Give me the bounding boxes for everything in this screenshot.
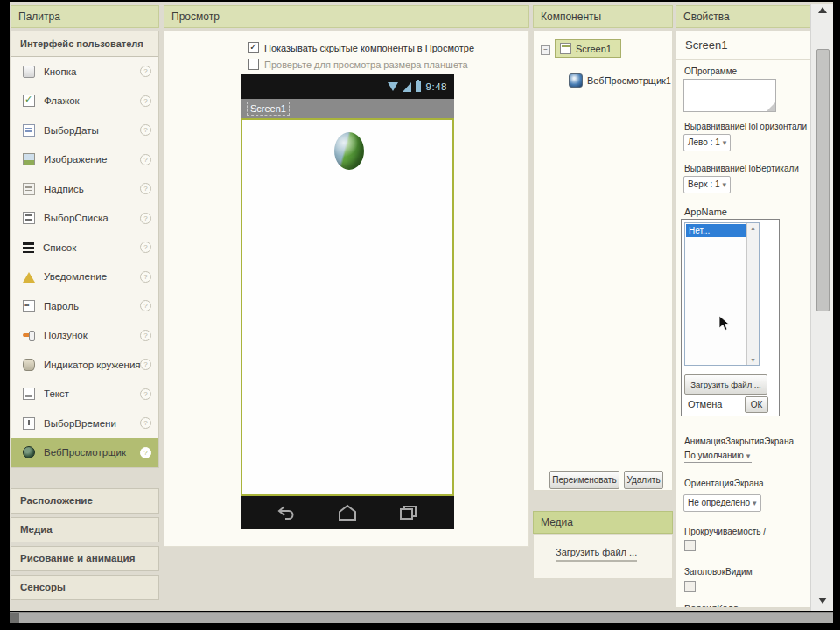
picker-ok-button[interactable]: ОК: [745, 396, 768, 413]
webviewer-globe-icon[interactable]: [334, 132, 364, 170]
checkbox-icon: [23, 94, 35, 107]
divider: [676, 60, 821, 60]
palette-item-label: Уведомление: [44, 271, 140, 282]
asset-list-selected-option[interactable]: Нет...: [686, 224, 746, 237]
palette-item-label: Ползунок: [44, 330, 140, 340]
palette-item-checkbox[interactable]: Флажок ?: [11, 87, 158, 116]
palette-item-label: Надпись: [44, 184, 140, 194]
help-icon[interactable]: ?: [140, 417, 151, 429]
palette-item-label: ВебПросмотрщик: [44, 447, 140, 458]
screen-title[interactable]: Screen1: [247, 102, 290, 116]
picker-upload-file-button[interactable]: Загрузить файл ...: [684, 374, 767, 395]
palette-item-spinner[interactable]: Индикатор кружения ?: [11, 350, 158, 380]
help-icon[interactable]: ?: [140, 359, 151, 370]
palette-panel-title: Палитра: [10, 5, 159, 28]
horizontal-scrollbar-button[interactable]: [10, 612, 19, 623]
app-name-label: AppName: [684, 206, 727, 217]
scroll-up-icon[interactable]: ▲: [750, 225, 756, 231]
close-screen-animation-value: По умолчанию: [684, 451, 744, 460]
title-visible-checkbox[interactable]: [684, 581, 696, 592]
palette-item-listview[interactable]: Список ?: [11, 233, 158, 262]
components-panel-title: Компоненты: [533, 5, 673, 28]
help-icon[interactable]: ?: [140, 300, 151, 312]
delete-button[interactable]: Удалить: [624, 471, 663, 489]
horizontal-scrollbar[interactable]: [10, 612, 833, 623]
palette-panel: Интерфейс пользователя Кнопка ? Флажок ?…: [10, 31, 159, 468]
tablet-preview-label: Проверьте для просмотра размера планшета: [264, 60, 468, 70]
status-time: 9:48: [426, 81, 447, 92]
properties-panel: Screen1 ОПрограмме ВыравниваниеПоГоризон…: [676, 31, 822, 608]
help-icon[interactable]: ?: [140, 330, 151, 341]
palette-category-media[interactable]: Медиа: [10, 517, 159, 542]
asset-list-scrollbar[interactable]: ▲ ▼: [746, 223, 759, 365]
help-icon[interactable]: ?: [140, 213, 151, 224]
help-icon[interactable]: ?: [140, 447, 151, 458]
help-icon[interactable]: ?: [140, 124, 151, 136]
palette-item-timepicker[interactable]: ВыборВремени ?: [11, 409, 158, 438]
asset-list[interactable]: Нет... ▲ ▼: [684, 222, 760, 366]
show-hidden-label: Показывать скрытые компоненты в Просмотр…: [264, 43, 474, 53]
about-screen-input[interactable]: [683, 79, 776, 112]
help-icon[interactable]: ?: [140, 388, 151, 400]
textbox-icon: [23, 388, 35, 400]
screen-orientation-dropdown[interactable]: Не определено▾: [683, 494, 761, 512]
palette-category-sensors[interactable]: Сенсоры: [10, 575, 159, 600]
vertical-scrollbar[interactable]: [810, 4, 833, 611]
palette-section-user-interface[interactable]: Интерфейс пользователя: [11, 32, 158, 57]
palette-item-password[interactable]: Пароль ?: [11, 291, 158, 321]
palette-item-button[interactable]: Кнопка ?: [11, 57, 158, 87]
screen-icon: [560, 43, 571, 54]
align-horizontal-label: ВыравниваниеПоГоризонтали: [684, 122, 807, 131]
palette-item-webviewer[interactable]: ВебПросмотрщик ?: [11, 438, 158, 468]
palette-category-drawing-animation[interactable]: Рисование и анимация: [10, 546, 159, 571]
chevron-down-icon: ▾: [723, 138, 727, 147]
palette-item-notifier[interactable]: Уведомление ?: [11, 262, 158, 292]
listview-icon: [23, 242, 34, 253]
battery-icon: [416, 81, 421, 92]
tablet-preview-checkbox[interactable]: [248, 59, 259, 70]
show-hidden-checkbox[interactable]: ✓: [248, 42, 259, 53]
screen-canvas[interactable]: [241, 118, 454, 496]
align-horizontal-dropdown[interactable]: Лево : 1▾: [683, 134, 731, 151]
palette-item-datepicker[interactable]: ВыборДаты ?: [11, 116, 158, 145]
align-vertical-dropdown[interactable]: Верх : 1▾: [683, 176, 731, 193]
palette-item-image[interactable]: Изображение ?: [11, 145, 158, 175]
picker-cancel-button[interactable]: Отмена: [688, 399, 722, 410]
palette-item-label: ВыборДаты: [44, 125, 140, 136]
recents-icon: [397, 504, 420, 522]
phone-status-bar: 9:48: [241, 74, 454, 99]
tree-expander-icon[interactable]: −: [541, 46, 550, 55]
palette-item-textbox[interactable]: Текст ?: [11, 380, 158, 410]
palette-item-label[interactable]: Надпись ?: [11, 174, 158, 204]
components-panel: − Screen1 ВебПросмотрщик1 Переименовать …: [533, 31, 673, 491]
title-visible-label: ЗаголовокВидим: [684, 567, 752, 577]
scrollable-checkbox[interactable]: [684, 540, 696, 551]
notifier-icon: [23, 272, 35, 283]
scroll-down-icon[interactable]: [818, 598, 827, 604]
mouse-cursor: [718, 315, 731, 332]
tree-item-screen1[interactable]: Screen1: [555, 39, 621, 58]
scrollable-label: Прокручиваемость /: [684, 527, 766, 536]
help-icon[interactable]: ?: [140, 242, 151, 253]
media-panel: Загрузить файл ...: [533, 534, 673, 579]
palette-item-listpicker[interactable]: ВыборСписка ?: [11, 204, 158, 234]
rename-button[interactable]: Переименовать: [550, 471, 620, 489]
palette-item-label: ВыборВремени: [44, 418, 140, 429]
upload-file-button[interactable]: Загрузить файл ...: [556, 547, 637, 562]
help-icon[interactable]: ?: [140, 66, 151, 77]
screen-orientation-label: ОриентацияЭкрана: [684, 479, 764, 488]
help-icon[interactable]: ?: [140, 95, 151, 107]
close-screen-animation-dropdown[interactable]: По умолчанию▾: [684, 451, 752, 463]
help-icon[interactable]: ?: [140, 183, 151, 194]
palette-category-layout[interactable]: Расположение: [10, 488, 159, 514]
scroll-up-icon[interactable]: [818, 7, 827, 13]
vertical-scrollbar-thumb[interactable]: [816, 49, 830, 312]
scroll-down-icon[interactable]: ▼: [750, 357, 756, 363]
help-icon[interactable]: ?: [140, 154, 151, 165]
phone-nav-bar: [241, 496, 454, 529]
tree-item-webviewer1[interactable]: ВебПросмотрщик1: [569, 74, 671, 88]
datepicker-icon: [23, 124, 35, 136]
chevron-down-icon: ▾: [752, 499, 757, 508]
palette-item-slider[interactable]: Ползунок ?: [11, 321, 158, 351]
help-icon[interactable]: ?: [140, 271, 151, 283]
